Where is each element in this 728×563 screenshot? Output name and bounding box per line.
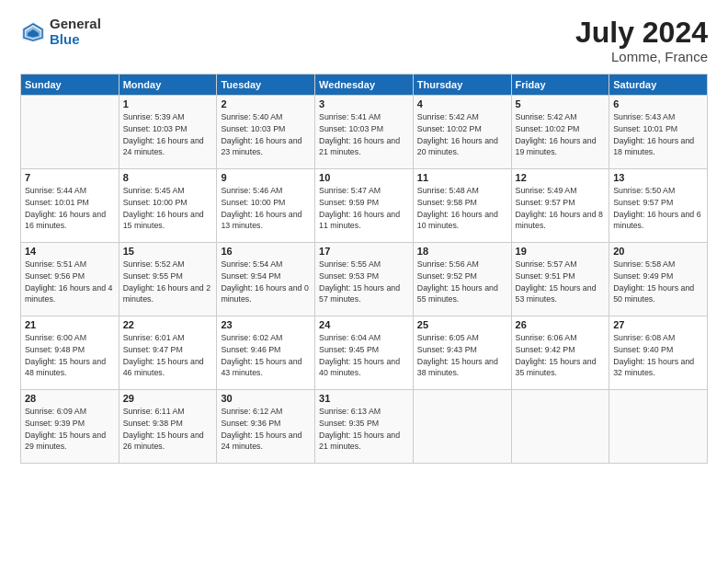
col-saturday: Saturday [609,75,708,96]
calendar-cell: 26Sunrise: 6:06 AMSunset: 9:42 PMDayligh… [511,316,609,390]
calendar-week-4: 28Sunrise: 6:09 AMSunset: 9:39 PMDayligh… [21,390,708,464]
calendar-cell: 4Sunrise: 5:42 AMSunset: 10:02 PMDayligh… [413,96,511,169]
calendar-header: Sunday Monday Tuesday Wednesday Thursday… [21,75,708,96]
col-friday: Friday [511,75,609,96]
day-info: Sunrise: 5:55 AMSunset: 9:53 PMDaylight:… [319,259,409,305]
calendar-week-1: 7Sunrise: 5:44 AMSunset: 10:01 PMDayligh… [21,169,708,243]
calendar-cell: 12Sunrise: 5:49 AMSunset: 9:57 PMDayligh… [511,169,609,243]
calendar-cell: 1Sunrise: 5:39 AMSunset: 10:03 PMDayligh… [119,96,217,169]
calendar-cell: 24Sunrise: 6:04 AMSunset: 9:45 PMDayligh… [315,316,414,390]
day-number: 18 [417,246,507,257]
day-number: 20 [613,246,703,257]
page: General Blue July 2024 Lomme, France Sun… [0,0,728,563]
day-number: 25 [417,319,507,330]
day-info: Sunrise: 6:13 AMSunset: 9:35 PMDaylight:… [319,406,409,453]
month-year: July 2024 [575,17,708,49]
col-sunday: Sunday [21,75,119,96]
day-info: Sunrise: 5:41 AMSunset: 10:03 PMDaylight… [319,111,409,158]
day-number: 3 [319,98,409,109]
day-info: Sunrise: 5:58 AMSunset: 9:49 PMDaylight:… [613,259,703,305]
calendar-cell: 17Sunrise: 5:55 AMSunset: 9:53 PMDayligh… [315,243,414,316]
calendar-cell: 8Sunrise: 5:45 AMSunset: 10:00 PMDayligh… [119,169,217,243]
calendar-week-2: 14Sunrise: 5:51 AMSunset: 9:56 PMDayligh… [21,243,708,316]
calendar-cell [511,390,609,464]
day-info: Sunrise: 5:48 AMSunset: 9:58 PMDaylight:… [417,185,507,232]
day-info: Sunrise: 5:57 AMSunset: 9:51 PMDaylight:… [516,259,606,305]
calendar-week-3: 21Sunrise: 6:00 AMSunset: 9:48 PMDayligh… [21,316,708,390]
calendar-cell: 27Sunrise: 6:08 AMSunset: 9:40 PMDayligh… [609,316,708,390]
day-info: Sunrise: 6:11 AMSunset: 9:38 PMDaylight:… [123,406,213,453]
col-monday: Monday [119,75,217,96]
day-number: 24 [319,319,409,330]
day-number: 2 [221,98,311,109]
day-info: Sunrise: 5:47 AMSunset: 9:59 PMDaylight:… [319,185,409,232]
day-number: 11 [417,172,507,183]
calendar-table: Sunday Monday Tuesday Wednesday Thursday… [20,74,708,464]
calendar-cell: 30Sunrise: 6:12 AMSunset: 9:36 PMDayligh… [217,390,315,464]
day-info: Sunrise: 5:49 AMSunset: 9:57 PMDaylight:… [516,185,606,232]
calendar-cell [21,96,119,169]
calendar-cell: 6Sunrise: 5:43 AMSunset: 10:01 PMDayligh… [609,96,708,169]
calendar-cell: 5Sunrise: 5:42 AMSunset: 10:02 PMDayligh… [511,96,609,169]
logo-text: General Blue [50,17,101,47]
calendar-cell: 16Sunrise: 5:54 AMSunset: 9:54 PMDayligh… [217,243,315,316]
day-info: Sunrise: 6:04 AMSunset: 9:45 PMDaylight:… [319,332,409,379]
day-number: 7 [25,172,115,183]
day-number: 15 [123,246,213,257]
header-row: Sunday Monday Tuesday Wednesday Thursday… [21,75,708,96]
day-info: Sunrise: 5:52 AMSunset: 9:55 PMDaylight:… [123,259,213,305]
day-number: 13 [613,172,703,183]
day-info: Sunrise: 5:40 AMSunset: 10:03 PMDaylight… [221,111,311,158]
day-info: Sunrise: 6:12 AMSunset: 9:36 PMDaylight:… [221,406,311,453]
day-number: 31 [319,393,409,404]
day-info: Sunrise: 5:54 AMSunset: 9:54 PMDaylight:… [221,259,311,305]
day-number: 5 [516,98,606,109]
col-thursday: Thursday [413,75,511,96]
logo-icon [20,19,46,45]
day-number: 16 [221,246,311,257]
day-number: 12 [516,172,606,183]
day-info: Sunrise: 6:09 AMSunset: 9:39 PMDaylight:… [25,406,115,453]
day-number: 6 [613,98,703,109]
calendar-cell: 29Sunrise: 6:11 AMSunset: 9:38 PMDayligh… [119,390,217,464]
day-info: Sunrise: 6:06 AMSunset: 9:42 PMDaylight:… [516,332,606,379]
day-info: Sunrise: 6:00 AMSunset: 9:48 PMDaylight:… [25,332,115,379]
calendar-cell: 18Sunrise: 5:56 AMSunset: 9:52 PMDayligh… [413,243,511,316]
day-info: Sunrise: 5:51 AMSunset: 9:56 PMDaylight:… [25,259,115,305]
day-info: Sunrise: 6:02 AMSunset: 9:46 PMDaylight:… [221,332,311,379]
day-number: 4 [417,98,507,109]
calendar-cell: 11Sunrise: 5:48 AMSunset: 9:58 PMDayligh… [413,169,511,243]
calendar-cell: 2Sunrise: 5:40 AMSunset: 10:03 PMDayligh… [217,96,315,169]
day-info: Sunrise: 5:42 AMSunset: 10:02 PMDaylight… [516,111,606,158]
day-info: Sunrise: 5:44 AMSunset: 10:01 PMDaylight… [25,185,115,232]
calendar-cell: 25Sunrise: 6:05 AMSunset: 9:43 PMDayligh… [413,316,511,390]
col-tuesday: Tuesday [217,75,315,96]
day-info: Sunrise: 5:45 AMSunset: 10:00 PMDaylight… [123,185,213,232]
calendar-cell: 7Sunrise: 5:44 AMSunset: 10:01 PMDayligh… [21,169,119,243]
calendar-cell: 15Sunrise: 5:52 AMSunset: 9:55 PMDayligh… [119,243,217,316]
day-info: Sunrise: 6:01 AMSunset: 9:47 PMDaylight:… [123,332,213,379]
calendar-cell: 23Sunrise: 6:02 AMSunset: 9:46 PMDayligh… [217,316,315,390]
day-number: 22 [123,319,213,330]
day-number: 26 [516,319,606,330]
day-number: 10 [319,172,409,183]
day-number: 1 [123,98,213,109]
calendar-cell: 3Sunrise: 5:41 AMSunset: 10:03 PMDayligh… [315,96,414,169]
day-info: Sunrise: 6:08 AMSunset: 9:40 PMDaylight:… [613,332,703,379]
day-number: 30 [221,393,311,404]
logo-blue: Blue [50,32,101,48]
logo: General Blue [20,17,101,47]
calendar-cell: 19Sunrise: 5:57 AMSunset: 9:51 PMDayligh… [511,243,609,316]
day-info: Sunrise: 5:56 AMSunset: 9:52 PMDaylight:… [417,259,507,305]
day-number: 23 [221,319,311,330]
calendar-cell: 9Sunrise: 5:46 AMSunset: 10:00 PMDayligh… [217,169,315,243]
col-wednesday: Wednesday [315,75,414,96]
location: Lomme, France [575,49,708,64]
calendar-cell: 14Sunrise: 5:51 AMSunset: 9:56 PMDayligh… [21,243,119,316]
day-number: 19 [516,246,606,257]
day-number: 17 [319,246,409,257]
day-number: 28 [25,393,115,404]
calendar-cell: 22Sunrise: 6:01 AMSunset: 9:47 PMDayligh… [119,316,217,390]
day-info: Sunrise: 5:39 AMSunset: 10:03 PMDaylight… [123,111,213,158]
day-info: Sunrise: 5:46 AMSunset: 10:00 PMDaylight… [221,185,311,232]
